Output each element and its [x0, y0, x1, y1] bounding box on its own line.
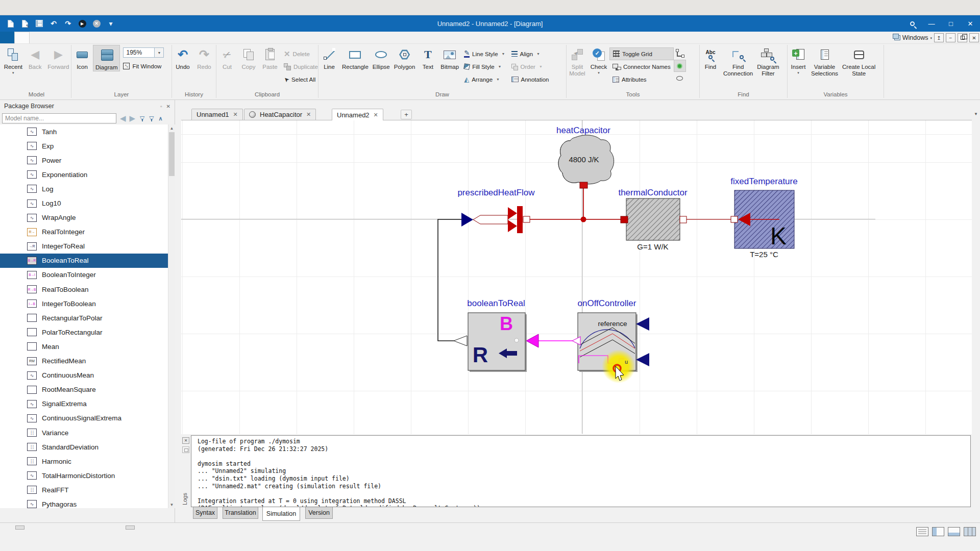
oval-tool-button[interactable] [674, 72, 686, 84]
scrollbar-thumb[interactable] [169, 132, 175, 176]
heat-flow-port[interactable] [523, 216, 530, 222]
window-layout-icon[interactable] [964, 527, 976, 536]
tree-item[interactable]: ContinuousSignalExtrema [0, 411, 168, 425]
diagram-canvas[interactable]: 4800 J/K heatCapacitor prescribedHeatFlo… [181, 120, 972, 434]
select-all-button[interactable]: ➤ Select All [281, 73, 321, 86]
statusbar-toggle-button[interactable] [126, 525, 135, 530]
component-heat-capacitor[interactable]: 4800 J/K heatCapacitor [556, 126, 614, 188]
order-button[interactable]: Order▼ [508, 60, 552, 73]
tree-item[interactable]: RectangularToPolar [0, 311, 168, 325]
diagram-layer-button[interactable]: Diagram [93, 45, 120, 71]
close-panel-icon[interactable]: ✕ [166, 104, 170, 109]
heat-port[interactable] [580, 182, 587, 188]
state-highlight-button[interactable] [674, 60, 686, 72]
scroll-down-icon[interactable]: ▼ [168, 501, 175, 508]
component-fixed-temperature[interactable]: K fixedTemperature T=25 °C [730, 177, 797, 259]
log-tab[interactable]: Translation [223, 507, 258, 519]
rectangle-tool-button[interactable]: Rectangle [340, 45, 371, 70]
log-tab[interactable]: Simulation [262, 507, 300, 521]
fill-style-button[interactable]: Fill Style▼ [461, 60, 508, 73]
search-forward-icon[interactable]: ▶ [130, 114, 136, 123]
copy-button[interactable]: Copy [238, 45, 259, 70]
bitmap-tool-button[interactable]: Bitmap [438, 45, 461, 70]
controller-output-connector[interactable] [572, 337, 580, 345]
tree-item[interactable]: RootMeanSquare [0, 383, 168, 397]
tab-close-icon[interactable]: ✕ [374, 112, 378, 118]
paste-button[interactable]: Paste [259, 45, 281, 70]
package-tree-scrollbar[interactable]: ▲ ▼ [168, 124, 175, 508]
annotation-button[interactable]: Annotation [508, 73, 552, 86]
tree-item[interactable]: RealFFT [0, 483, 168, 497]
tree-item[interactable]: Log [0, 182, 168, 196]
arrange-button[interactable]: ◭ Arrange▼ [461, 73, 508, 86]
tree-item[interactable]: Mean [0, 339, 168, 354]
window-layout-icon[interactable] [948, 527, 960, 536]
minimize-icon[interactable]: — [922, 15, 941, 32]
filter-sort-icon[interactable]: ▽ [149, 115, 154, 122]
duplicate-button[interactable]: Duplicate [281, 60, 321, 73]
tab-overflow-icon[interactable]: ▼ [974, 112, 978, 116]
variable-selections-button[interactable]: Variable Selections [809, 45, 840, 77]
tree-item[interactable]: BooleanToReal [0, 254, 168, 268]
filter-icon[interactable]: ▽ [140, 115, 144, 122]
scroll-up-icon[interactable]: ▲ [168, 124, 175, 132]
window-layout-icon[interactable] [932, 527, 944, 536]
real-output-connector[interactable] [454, 336, 467, 346]
connection-heat-main[interactable] [530, 188, 621, 222]
tree-item[interactable]: Pythagoras [0, 497, 168, 508]
window-layout-icon[interactable] [916, 527, 928, 536]
component-thermal-conductor[interactable]: thermalConductor G=1 W/K [618, 188, 687, 251]
line-style-button[interactable]: ✎ Line Style▼ [461, 47, 508, 60]
check-button[interactable]: Check▾ [588, 45, 609, 75]
attributes-button[interactable]: Attributes [609, 73, 674, 86]
tree-item[interactable]: BooleanToInteger [0, 268, 168, 282]
align-button[interactable]: Align▼ [508, 47, 552, 60]
document-tab[interactable]: Unnamed1 ✕ [191, 109, 243, 120]
tree-item[interactable]: Tanh [0, 124, 168, 139]
statusbar-toggle-button[interactable] [52, 525, 61, 530]
statusbar-toggle-button[interactable] [3, 525, 12, 530]
tab-close-icon[interactable]: ✕ [233, 111, 238, 118]
float-panel-icon[interactable]: ▫ [160, 104, 162, 109]
tree-item[interactable]: Variance [0, 425, 168, 440]
collapse-all-icon[interactable]: ∧ [159, 115, 163, 122]
zoom-combo[interactable]: 195% ▼ [123, 47, 164, 58]
polygon-tool-button[interactable]: Polygon [392, 45, 418, 70]
tree-item[interactable]: IntegerToBoolean [0, 296, 168, 311]
menu-item[interactable] [72, 32, 87, 43]
tree-item[interactable]: IntegerToReal [0, 239, 168, 254]
minimize-child-icon[interactable]: − [946, 33, 955, 42]
boolean-input-connector[interactable] [526, 334, 538, 347]
delete-button[interactable]: ✕ Delete [281, 47, 321, 60]
restore-child-icon[interactable] [958, 33, 967, 42]
search-back-icon[interactable]: ◀ [120, 114, 126, 123]
tree-item[interactable]: PolarToRectangular [0, 325, 168, 339]
undo-button[interactable]: ↶ Undo [172, 45, 193, 70]
menu-item[interactable] [58, 32, 72, 43]
statusbar-toggle-button[interactable] [64, 525, 74, 530]
tab-close-icon[interactable]: ✕ [306, 111, 311, 118]
tree-item[interactable]: WrapAngle [0, 211, 168, 225]
close-icon[interactable]: ✕ [961, 15, 980, 32]
component-boolean-to-real[interactable]: B R booleanToReal [454, 298, 538, 372]
log-tab[interactable]: Syntax [193, 507, 217, 519]
heat-flow-input-connector[interactable] [461, 213, 473, 227]
tree-item[interactable]: TotalHarmonicDistortion [0, 468, 168, 483]
tree-item[interactable]: RectifiedMean [0, 354, 168, 368]
conductor-port-a[interactable] [621, 216, 628, 223]
text-tool-button[interactable]: T Text [417, 45, 438, 70]
statusbar-toggle-button[interactable] [89, 525, 98, 530]
document-tab[interactable]: Unnamed2 ✕ [332, 109, 383, 120]
fit-window-button[interactable]: ⤡ Fit Window [120, 60, 167, 72]
tree-item[interactable]: Harmonic [0, 454, 168, 468]
diagram-filter-button[interactable]: Diagram Filter [755, 45, 781, 77]
tree-item[interactable]: Power [0, 153, 168, 167]
statusbar-toggle-button[interactable] [40, 525, 49, 530]
redo-button[interactable]: ↷ Redo [193, 45, 215, 70]
statusbar-toggle-button[interactable] [101, 525, 110, 530]
pin-window-icon[interactable]: ↥ [934, 33, 944, 42]
u-input-connector[interactable] [636, 353, 649, 366]
connection-boolean-output[interactable] [438, 219, 461, 341]
document-tab[interactable]: HeatCapacitor ✕ [244, 109, 316, 120]
connector-route-button[interactable] [674, 47, 686, 60]
